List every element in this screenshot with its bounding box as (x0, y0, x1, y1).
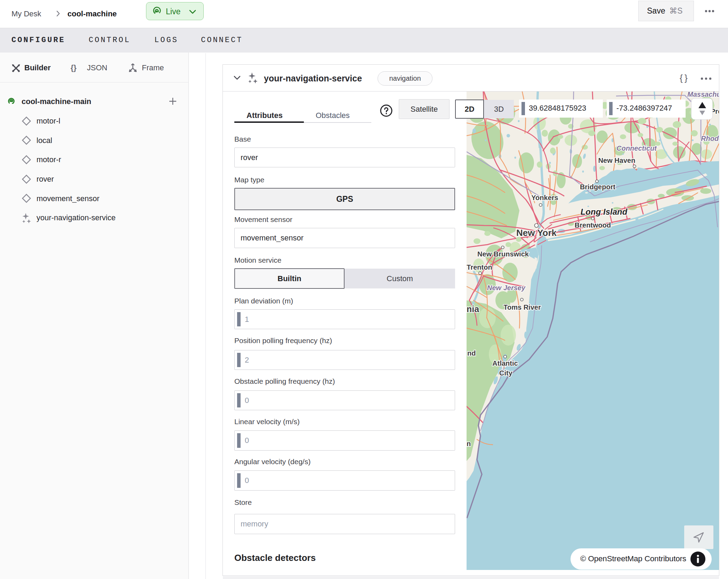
svg-text:New York: New York (516, 228, 557, 238)
svg-text:Atlantic: Atlantic (492, 359, 518, 367)
svg-text:nia: nia (467, 304, 479, 314)
svg-text:Yonkers: Yonkers (531, 194, 558, 201)
svg-text:Toms River: Toms River (503, 303, 541, 311)
svg-text:n: n (467, 440, 471, 447)
svg-text:Bridgeport: Bridgeport (580, 183, 616, 191)
svg-text:Massachuse: Massachuse (687, 92, 719, 98)
svg-text:Brentwood: Brentwood (575, 221, 611, 229)
svg-text:New Brunswick: New Brunswick (477, 250, 529, 258)
svg-text:nd: nd (467, 349, 476, 357)
svg-text:City: City (499, 369, 513, 377)
svg-text:Rhode: Rhode (701, 135, 719, 142)
svg-text:Trenton: Trenton (467, 263, 492, 271)
svg-text:Connecticut: Connecticut (616, 144, 657, 152)
svg-text:New Jersey: New Jersey (487, 284, 526, 292)
svg-text:New Haven: New Haven (598, 157, 636, 164)
svg-text:Long Island: Long Island (581, 207, 628, 216)
